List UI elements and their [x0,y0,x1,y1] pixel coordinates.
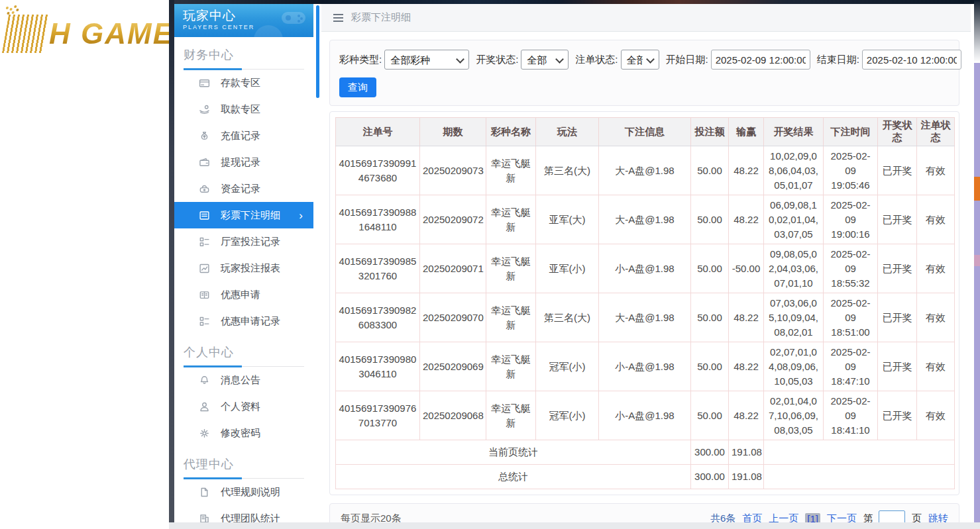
column-header: 开奖结果 [764,118,824,146]
person-icon [199,401,210,412]
summary-empty [764,440,955,465]
table-cell: 02,01,04,07,10,06,09,08,03,05 [764,391,824,440]
sidebar-item-promo-apply[interactable]: 优惠申请 [174,281,313,308]
table-cell: 401569173909803046110 [336,342,420,391]
sidebar-item-label: 存款专区 [221,77,260,89]
table-row: 40156917390982608330020250209070幸运飞艇新第三名… [336,293,955,342]
page-scrollbar-top [974,0,980,63]
sidebar-scrollbar[interactable] [316,5,319,98]
coupon-icon [199,289,210,301]
sidebar-item-deposit-zone[interactable]: 存款专区 [174,70,313,96]
table-cell: 已开奖 [878,195,917,244]
gamepad-icon [279,8,308,30]
table-cell: -50.00 [729,244,764,293]
sidebar-item-player-bet-report[interactable]: 玩家投注报表 [174,255,313,281]
site-logo: H GAME [5,15,169,53]
sidebar: 玩家中心 PLAYERS CENTER 财务中心存款专区取款专区充值记录提现记录… [174,4,313,522]
lottery-type-select[interactable]: 全部彩种 [384,50,469,70]
list-icon [199,210,210,221]
table-cell: 有效 [917,195,955,244]
table-cell: 48.22 [729,195,764,244]
sidebar-item-recharge-records[interactable]: 充值记录 [174,122,313,149]
left-dark-banner [169,0,174,529]
section-label: 代理中心 [184,456,304,479]
section-label: 个人中心 [184,344,304,367]
chevron-right-icon: › [299,210,303,221]
bottom-strip [169,522,980,529]
table-cell: 48.22 [729,342,764,391]
page-scrollbar-marker-pink [974,255,980,266]
sidebar-item-withdrawal-records[interactable]: 提现记录 [174,149,313,175]
table-cell: 幸运飞艇新 [486,293,536,342]
summary-label: 总统计 [336,465,691,489]
start-date-input[interactable] [711,50,810,70]
table-cell: 401569173909881648110 [336,195,420,244]
summary-winloss-total: 191.08 [729,465,764,489]
sidebar-header: 玩家中心 PLAYERS CENTER [174,4,313,37]
document-icon [199,487,210,498]
table-cell: 20250209070 [420,293,486,342]
summary-row: 总统计300.00191.08 [336,465,955,489]
table-cell: 已开奖 [878,391,917,440]
logo-stripe-mark [2,15,50,53]
bet-table: 注单号期数彩种名称玩法下注信息投注额输赢开奖结果下注时间开奖状态注单状态 401… [335,117,955,489]
summary-bet-total: 300.00 [691,465,729,489]
table-cell: 401569173909853201760 [336,244,420,293]
page-scrollbar-track[interactable] [974,63,980,522]
sidebar-item-withdraw-zone[interactable]: 取款专区 [174,96,313,122]
sidebar-item-lottery-bet-details[interactable]: 彩票下注明细› [174,202,313,228]
summary-bet-total: 300.00 [691,440,729,465]
table-cell: 07,03,06,05,10,09,04,08,02,01 [764,293,824,342]
chart-icon [199,263,210,274]
column-header: 注单号 [336,118,420,146]
table-cell: 亚军(小) [536,244,599,293]
table-cell: 已开奖 [878,244,917,293]
wallet-icon [199,157,210,168]
table-cell: 冠军(小) [536,391,599,440]
hand-coin-icon [199,104,210,115]
sidebar-item-hall-bet-records[interactable]: 厅室投注记录 [174,228,313,255]
draw-status-label: 开奖状态: [476,54,518,66]
page-scrollbar[interactable] [974,0,980,529]
table-cell: 幸运飞艇新 [486,146,536,195]
sidebar-item-message-announcements[interactable]: 消息公告 [174,367,313,393]
sidebar-item-funds-records[interactable]: 资金记录 [174,175,313,202]
table-cell: 大-A盘@1.98 [599,146,691,195]
card-icon [199,77,210,89]
search-button[interactable]: 查询 [339,77,376,97]
summary-row: 当前页统计300.00191.08 [336,440,955,465]
sidebar-item-personal-profile[interactable]: 个人资料 [174,393,313,420]
table-cell: 已开奖 [878,293,917,342]
summary-label: 当前页统计 [336,440,691,465]
table-cell: 小-A盘@1.98 [599,342,691,391]
table-cell: 20250209068 [420,391,486,440]
table-cell: 幸运飞艇新 [486,244,536,293]
table-cell: 50.00 [691,342,729,391]
sidebar-item-agent-rules[interactable]: 代理规则说明 [174,479,313,505]
table-cell: 已开奖 [878,342,917,391]
hamburger-menu-icon[interactable] [333,17,343,19]
draw-status-select[interactable]: 全部 [521,50,569,70]
order-status-label: 注单状态: [575,54,618,66]
table-cell: 有效 [917,293,955,342]
sidebar-item-promo-apply-records[interactable]: 优惠申请记录 [174,308,313,334]
table-cell: 2025-02-09 18:41:10 [824,391,878,440]
summary-winloss-total: 191.08 [729,440,764,465]
sidebar-item-label: 彩票下注明细 [221,209,280,222]
table-cell: 401569173909767013770 [336,391,420,440]
table-cell: 50.00 [691,195,729,244]
sidebar-item-change-password[interactable]: 修改密码 [174,420,313,446]
order-status-select[interactable]: 全部 [621,50,659,70]
table-cell: 幸运飞艇新 [486,391,536,440]
table-cell: 幸运飞艇新 [486,342,536,391]
sidebar-item-label: 取款专区 [221,103,260,116]
column-header: 开奖状态 [878,118,917,146]
column-header: 注单状态 [917,118,955,146]
main-content: 彩票下注明细 彩种类型: 全部彩种 开奖状态: 全部 注单状态: 全部 开始日期… [321,4,971,522]
table-cell: 2025-02-09 18:51:00 [824,293,878,342]
column-header: 玩法 [536,118,599,146]
end-date-input[interactable] [862,50,961,70]
column-header: 输赢 [729,118,764,146]
logo-text: H GAME [49,17,169,50]
table-cell: 大-A盘@1.98 [599,195,691,244]
